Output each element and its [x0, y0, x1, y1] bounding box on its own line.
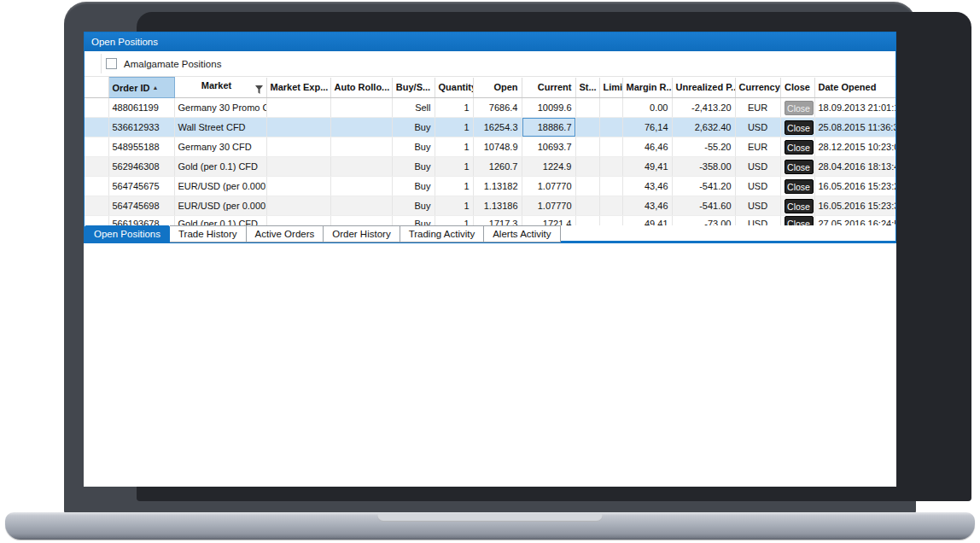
- column-header-side[interactable]: Buy/S...: [392, 78, 435, 98]
- column-header-date[interactable]: Date Opened: [814, 78, 895, 98]
- cell-limit: [599, 137, 622, 157]
- cell-quantity: 1: [435, 177, 473, 196]
- window-titlebar[interactable]: Open Positions: [85, 32, 895, 51]
- close-position-button[interactable]: Close: [785, 199, 814, 213]
- laptop-screen: Open Positions Amalgamate Positions Orde…: [84, 32, 896, 487]
- row-gutter-cell: [85, 137, 108, 157]
- cell-current: 1.07770: [522, 196, 575, 216]
- cell-limit: [599, 98, 622, 118]
- amalgamate-positions-checkbox[interactable]: Amalgamate Positions: [106, 58, 221, 69]
- column-header-close[interactable]: Close: [780, 78, 814, 98]
- cell-stop: [575, 118, 599, 137]
- cell-date: 27.05.2016 16:24:52: [814, 216, 895, 226]
- filter-funnel-icon[interactable]: [255, 85, 263, 94]
- column-header-limit[interactable]: Limit: [599, 78, 622, 98]
- column-header-margin[interactable]: Margin R...: [622, 78, 672, 98]
- row-gutter-cell: [85, 177, 108, 196]
- cell-stop: [575, 196, 599, 216]
- cell-limit: [599, 177, 622, 196]
- tab-trade-history[interactable]: Trade History: [170, 225, 247, 242]
- cell-stop: [575, 98, 599, 118]
- row-gutter-cell: [85, 216, 108, 226]
- cell-order_id: 564745675: [108, 177, 174, 196]
- position-row[interactable]: 564745698EUR/USD (per 0.0001) CFDBuy11.1…: [85, 196, 895, 216]
- cell-unrealized: -55.20: [672, 137, 735, 157]
- tab-active-orders[interactable]: Active Orders: [247, 225, 324, 242]
- cell-order_id: 562946308: [108, 157, 174, 177]
- row-gutter-cell: [85, 98, 108, 118]
- cell-date: 28.04.2016 18:13:40: [814, 157, 895, 177]
- tab-order-history[interactable]: Order History: [324, 225, 400, 242]
- cell-current: 1224.9: [522, 157, 575, 177]
- positions-table: Order ID▲MarketMarket Exp...Auto Rollo..…: [85, 77, 895, 225]
- cell-quantity: 1: [435, 216, 473, 226]
- cell-market_exp: [266, 157, 330, 177]
- close-position-button[interactable]: Close: [785, 160, 814, 174]
- position-row[interactable]: 562946308Gold (per 0.1) CFDBuy11260.7122…: [85, 157, 895, 177]
- column-header-gutter: [85, 78, 108, 98]
- cell-currency: USD: [735, 157, 780, 177]
- cell-market: EUR/USD (per 0.0001) CFD: [174, 196, 266, 216]
- close-position-button[interactable]: Close: [785, 179, 814, 194]
- cell-limit: [599, 157, 622, 177]
- row-gutter-cell: [85, 196, 108, 216]
- column-header-currency[interactable]: Currency: [735, 78, 780, 98]
- open-positions-window: Open Positions Amalgamate Positions Orde…: [84, 32, 896, 243]
- tab-alerts-activity[interactable]: Alerts Activity: [484, 225, 560, 242]
- column-header-unrealized[interactable]: Unrealized P...: [672, 78, 735, 98]
- position-row[interactable]: 566193678Gold (per 0.1) CFDBuy11717.3172…: [85, 216, 895, 226]
- tab-open-positions[interactable]: Open Positions: [85, 225, 170, 242]
- cell-date: 28.12.2015 10:23:00: [814, 137, 895, 157]
- cell-date: 18.09.2013 21:01:15: [814, 98, 895, 118]
- close-cell: Close: [780, 157, 814, 177]
- position-row[interactable]: 564745675EUR/USD (per 0.0001) CFDBuy11.1…: [85, 177, 895, 196]
- close-position-button[interactable]: Close: [785, 216, 814, 225]
- cell-side: Buy: [392, 196, 435, 216]
- cell-side: Buy: [392, 216, 435, 226]
- cell-quantity: 1: [435, 137, 473, 157]
- sort-asc-icon: ▲: [153, 85, 159, 90]
- laptop-base: [5, 512, 975, 540]
- cell-market_exp: [266, 177, 330, 196]
- close-position-button[interactable]: Close: [785, 120, 814, 135]
- tab-trading-activity[interactable]: Trading Activity: [400, 225, 485, 242]
- cell-currency: EUR: [735, 98, 780, 118]
- cell-side: Buy: [392, 157, 435, 177]
- column-header-market[interactable]: Market: [174, 78, 266, 98]
- cell-currency: EUR: [735, 137, 780, 157]
- column-header-order_id[interactable]: Order ID▲: [108, 78, 174, 98]
- cell-current: 1.07770: [522, 177, 575, 196]
- cell-stop: [575, 157, 599, 177]
- cell-margin: 46,46: [622, 137, 672, 157]
- cell-open: 1260.7: [473, 157, 522, 177]
- column-header-market_exp[interactable]: Market Exp...: [266, 78, 330, 98]
- cell-current: 10693.7: [522, 137, 575, 157]
- position-row[interactable]: 488061199Germany 30 Promo CFDSell17686.4…: [85, 98, 895, 118]
- cell-market: Gold (per 0.1) CFD: [174, 216, 266, 226]
- column-header-stop[interactable]: St...: [575, 78, 599, 98]
- cell-unrealized: -358.00: [672, 157, 735, 177]
- checkbox-box-icon[interactable]: [106, 58, 117, 69]
- cell-unrealized: 2,632.40: [672, 118, 735, 137]
- cell-unrealized: -541.60: [672, 196, 735, 216]
- cell-quantity: 1: [435, 196, 473, 216]
- cell-stop: [575, 216, 599, 226]
- column-header-quantity[interactable]: Quantity: [435, 78, 473, 98]
- cell-auto_roll: [330, 216, 392, 226]
- close-cell: Close: [780, 118, 814, 137]
- cell-quantity: 1: [435, 118, 473, 137]
- close-position-button[interactable]: Close: [785, 140, 814, 155]
- cell-limit: [599, 216, 622, 226]
- column-header-current[interactable]: Current: [522, 78, 575, 98]
- cell-order_id: 488061199: [108, 98, 174, 118]
- cell-limit: [599, 196, 622, 216]
- cell-date: 16.05.2016 15:23:29: [814, 177, 895, 196]
- cell-order_id: 536612933: [108, 118, 174, 137]
- column-header-open[interactable]: Open: [473, 78, 522, 98]
- cell-auto_roll: [330, 118, 392, 137]
- position-row[interactable]: 548955188Germany 30 CFDBuy110748.910693.…: [85, 137, 895, 157]
- positions-table-container: Order ID▲MarketMarket Exp...Auto Rollo..…: [85, 77, 895, 225]
- column-header-auto_roll[interactable]: Auto Rollo...: [330, 78, 392, 98]
- cell-open: 1717.3: [473, 216, 522, 226]
- position-row[interactable]: 536612933Wall Street CFDBuy116254.318886…: [85, 118, 895, 137]
